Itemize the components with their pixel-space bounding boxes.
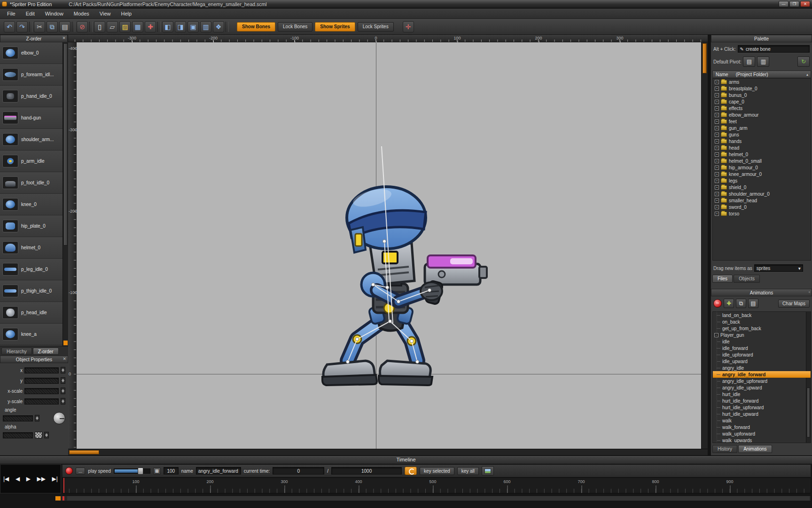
prev-frame-button[interactable]: ◀ (16, 476, 20, 482)
pivot-paste-button[interactable]: ▥ (757, 56, 769, 67)
save-icon[interactable]: ▦ (132, 21, 143, 32)
expand-icon[interactable]: + (715, 192, 719, 196)
duplicate-animation-icon[interactable]: ⧉ (736, 299, 746, 308)
spinner-icon[interactable] (61, 388, 65, 394)
expand-icon[interactable]: + (715, 133, 719, 137)
folder-row[interactable]: + feet (713, 118, 811, 125)
folder-row[interactable]: + bunus_0 (713, 92, 811, 98)
animation-item[interactable]: − walk_upforward (713, 430, 811, 437)
scrollbar-handle[interactable] (67, 496, 810, 500)
folder-row[interactable]: + shield_0 (713, 184, 811, 190)
canvas-horizontal-scrollbar[interactable] (68, 449, 708, 455)
expand-icon[interactable]: + (715, 93, 719, 97)
expand-icon[interactable]: + (715, 179, 719, 183)
animation-item[interactable]: − angry_idle_upward (713, 384, 811, 391)
animation-item[interactable]: − walk_upwards (713, 437, 811, 443)
folder-row[interactable]: + hands (713, 138, 811, 144)
menu-item[interactable]: Modes (69, 9, 94, 18)
refresh-pivot-button[interactable]: ↻ (797, 56, 810, 67)
scrollbar-nub[interactable] (55, 496, 61, 500)
canvas-vertical-scrollbar[interactable] (701, 42, 708, 449)
play-speed-value[interactable]: 100 (164, 467, 179, 475)
tab-hierarchy[interactable]: Hierarchy (1, 348, 32, 355)
open-folder-icon[interactable]: ▨ (119, 21, 131, 32)
drag-items-select[interactable]: sprites ▾ (754, 264, 803, 272)
maximize-button[interactable]: ❐ (789, 1, 799, 7)
expand-icon[interactable]: + (715, 212, 719, 216)
folder-row[interactable]: + breastplate_0 (713, 85, 811, 92)
char-maps-button[interactable]: Char Maps (778, 300, 810, 308)
expand-icon[interactable]: + (715, 198, 719, 203)
timeline-ruler[interactable]: 100200300400500600700800900 (62, 477, 811, 493)
character-sprite[interactable] (310, 143, 489, 388)
zorder-item[interactable]: shoulder_arm... (0, 129, 62, 151)
close-icon[interactable]: ✕ (62, 36, 66, 40)
animation-name-field[interactable]: angry_idle_forward (196, 467, 241, 475)
expand-icon[interactable]: + (715, 146, 719, 150)
zorder-item[interactable]: knee_0 (0, 194, 62, 215)
new-file-icon[interactable]: ▯ (94, 21, 105, 32)
animation-item[interactable]: − idle_upward (713, 358, 811, 365)
expand-icon[interactable]: + (715, 100, 719, 104)
open-file-icon[interactable]: ▱ (107, 21, 118, 32)
animation-item[interactable]: − get_up_from_back (713, 325, 811, 332)
skip-end-button[interactable]: ▶| (52, 476, 58, 482)
zorder-item[interactable]: helmet_0 (0, 237, 62, 259)
scrollbar-handle[interactable] (63, 43, 68, 246)
toolbar-icon[interactable] (89, 22, 93, 32)
cut-icon[interactable]: ✂ (34, 21, 45, 32)
undo-icon[interactable]: ↶ (4, 21, 15, 32)
menu-item[interactable]: Help (116, 9, 137, 18)
pivot-copy-button[interactable]: ▤ (743, 56, 755, 67)
collapse-icon[interactable]: − (714, 333, 718, 337)
toolbar-icon[interactable] (29, 22, 32, 32)
animation-item[interactable]: − angry_idle (713, 365, 811, 371)
alpha-field[interactable] (3, 432, 33, 438)
animation-item[interactable]: − angry_idle_forward (713, 371, 811, 378)
slider-knob[interactable] (138, 468, 143, 475)
lock-bones-toggle[interactable]: Lock Bones (278, 22, 312, 32)
sort-icon[interactable]: ▴ (806, 72, 808, 77)
scrollbar-nub[interactable] (63, 341, 68, 345)
animation-item[interactable]: − land_on_back (713, 312, 811, 318)
zorder-item[interactable]: hip_plate_0 (0, 215, 62, 237)
animation-item[interactable]: − idle_upforward (713, 351, 811, 358)
spinner-icon[interactable] (35, 415, 39, 421)
panel-box-icon[interactable]: ▫ (809, 290, 810, 294)
view-mode-3-icon[interactable]: ▣ (187, 21, 199, 32)
fit-screen-icon[interactable]: ❖ (213, 21, 224, 32)
expand-icon[interactable]: + (715, 152, 719, 157)
folder-row[interactable]: + effects (713, 105, 811, 111)
expand-icon[interactable]: + (715, 185, 719, 190)
menu-item[interactable]: File (2, 9, 21, 18)
expand-icon[interactable]: + (715, 119, 719, 124)
options-button[interactable]: ... (76, 468, 85, 475)
folder-row[interactable]: + arms (713, 79, 811, 85)
redo-icon[interactable]: ↷ (16, 21, 28, 32)
animation-item[interactable]: − angry_idle_upforward (713, 378, 811, 384)
spinner-icon[interactable] (44, 432, 49, 438)
zorder-item[interactable]: p_thigh_idle_0 (0, 280, 62, 302)
view-mode-2-icon[interactable]: ◨ (175, 21, 186, 32)
folder-row[interactable]: + torso (713, 210, 811, 217)
duration-field[interactable]: 1000 (331, 467, 402, 475)
animation-item[interactable]: − walk (713, 417, 811, 424)
play-button[interactable]: ▶ (26, 476, 31, 482)
new-animation-icon[interactable]: ✚ (724, 299, 734, 308)
key-selected-button[interactable]: key selected (420, 467, 454, 475)
import-bone-icon[interactable]: ✚ (145, 21, 156, 32)
play-speed-slider[interactable] (114, 468, 150, 474)
folder-row[interactable]: + guns (713, 131, 811, 138)
key-all-button[interactable]: key all (457, 467, 479, 475)
playhead[interactable] (63, 478, 64, 493)
tab-objects[interactable]: Objects (734, 275, 760, 283)
zorder-item[interactable]: p_head_idle (0, 302, 62, 324)
folder-row[interactable]: + gun_arm (713, 125, 811, 131)
menu-item[interactable]: View (94, 9, 116, 18)
expand-icon[interactable]: + (715, 106, 719, 111)
skip-start-button[interactable]: |◀ (3, 476, 9, 482)
expand-icon[interactable]: + (715, 113, 719, 117)
animation-item[interactable]: − hurt_idle_forward (713, 397, 811, 404)
expand-icon[interactable]: + (715, 87, 719, 91)
folder-row[interactable]: + helmet_0 (713, 151, 811, 158)
